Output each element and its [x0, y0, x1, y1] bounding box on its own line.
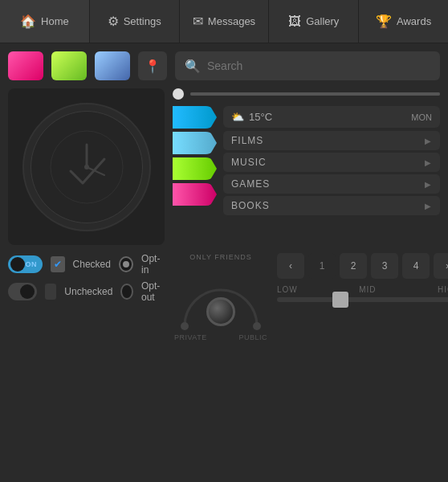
slider-fill	[190, 92, 440, 96]
right-panel: ⛅ 15°C MON FILMS ▶ MUSIC ▶	[173, 88, 440, 245]
toggle-on-row: ON ✔ Checked Opt-in	[8, 253, 165, 276]
menu-films-label: FILMS	[231, 135, 263, 146]
search-bar: 🔍	[175, 51, 440, 80]
checkbox-checked[interactable]: ✔	[51, 256, 65, 272]
weather-box: ⛅ 15°C MON	[223, 106, 440, 128]
nav-gallery-label: Gallery	[306, 15, 339, 27]
range-high: HIGH	[438, 285, 448, 294]
nav-awards[interactable]: 🏆 Awards	[359, 0, 448, 43]
toggle-off-row: Unchecked Opt-out	[8, 280, 165, 303]
color-btn-green[interactable]	[51, 51, 87, 80]
range-row: LOW MID HIGH	[277, 285, 448, 302]
toggle-on-knob	[10, 257, 25, 272]
page-prev[interactable]: ‹	[277, 253, 304, 279]
tag-blue[interactable]	[173, 106, 217, 129]
home-icon: 🏠	[20, 14, 36, 29]
tag-green[interactable]	[173, 157, 217, 180]
range-labels: LOW MID HIGH	[277, 285, 448, 294]
nav-messages[interactable]: ✉ Messages	[180, 0, 270, 43]
range-low: LOW	[277, 285, 298, 294]
radio-optin-dot	[123, 261, 129, 268]
toggle-off-knob	[20, 284, 35, 299]
bottom-row: ON ✔ Checked Opt-in Unchecked Opt-out	[8, 253, 440, 341]
gallery-icon: 🖼	[288, 14, 301, 29]
awards-icon: 🏆	[376, 14, 392, 29]
nav-messages-label: Messages	[208, 15, 255, 27]
menu-books[interactable]: BOOKS ▶	[223, 196, 440, 215]
tag-lightblue[interactable]	[173, 132, 217, 154]
menu-games[interactable]: GAMES ▶	[223, 174, 440, 194]
radio-optin[interactable]	[119, 256, 133, 272]
top-row: 📍 🔍	[8, 51, 440, 80]
menu-books-arrow: ▶	[425, 202, 432, 210]
page-1[interactable]: 1	[308, 253, 336, 279]
menu-music-arrow: ▶	[425, 158, 432, 167]
weather-icon: ⛅	[231, 111, 244, 123]
toggle-on-label: ON	[25, 260, 37, 268]
navbar: 🏠 Home ⚙ Settings ✉ Messages 🖼 Gallery 🏆…	[0, 0, 448, 43]
toggle-off[interactable]	[8, 283, 37, 300]
knob-bottom-labels: PRIVATE PUBLIC	[173, 333, 269, 341]
unchecked-label: Unchecked	[64, 286, 112, 297]
range-track[interactable]	[277, 297, 448, 302]
menu-films[interactable]: FILMS ▶	[223, 131, 440, 150]
weather-menu: ⛅ 15°C MON FILMS ▶ MUSIC ▶	[223, 106, 440, 215]
color-btn-pink[interactable]	[8, 51, 43, 80]
radio-optout[interactable]	[120, 284, 133, 300]
nav-home-label: Home	[41, 15, 69, 27]
clock-inner	[31, 111, 143, 223]
clock-svg	[47, 127, 127, 207]
svg-point-5	[253, 322, 261, 330]
color-btn-blue[interactable]	[95, 51, 130, 80]
middle-row: ⛅ 15°C MON FILMS ▶ MUSIC ▶	[8, 88, 440, 245]
weather-left: ⛅ 15°C	[231, 111, 272, 123]
nav-home[interactable]: 🏠 Home	[0, 0, 90, 43]
range-mid: MID	[359, 285, 376, 294]
nav-awards-label: Awards	[397, 15, 431, 27]
slider-track[interactable]	[190, 92, 440, 96]
menu-music-label: MUSIC	[231, 157, 267, 168]
tags-column	[173, 106, 217, 215]
svg-point-4	[181, 322, 189, 330]
pagination: ‹ 1 2 3 4 ›	[277, 253, 448, 279]
range-thumb[interactable]	[332, 292, 348, 308]
toggle-on[interactable]: ON	[8, 255, 43, 273]
pin-button[interactable]: 📍	[138, 51, 167, 80]
nav-gallery[interactable]: 🖼 Gallery	[269, 0, 359, 43]
controls-left: ON ✔ Checked Opt-in Unchecked Opt-out	[8, 253, 165, 341]
menu-music[interactable]: MUSIC ▶	[223, 153, 440, 172]
page-2[interactable]: 2	[340, 253, 367, 279]
menu-list: FILMS ▶ MUSIC ▶ GAMES ▶ BOOKS	[223, 131, 440, 215]
menu-films-arrow: ▶	[425, 137, 432, 145]
only-friends-label: ONLY FRIENDS	[189, 253, 252, 261]
private-label: PRIVATE	[174, 333, 207, 341]
settings-icon: ⚙	[108, 14, 119, 29]
page-3[interactable]: 3	[371, 253, 398, 279]
public-label: PUBLIC	[238, 333, 267, 341]
page-4[interactable]: 4	[402, 253, 430, 279]
knob-container	[173, 266, 269, 330]
menu-books-label: BOOKS	[231, 200, 270, 211]
checkbox-unchecked[interactable]	[45, 284, 56, 300]
pin-icon: 📍	[145, 59, 161, 74]
tag-pink[interactable]	[173, 183, 217, 206]
weather-day: MON	[411, 112, 432, 122]
right-bottom: ‹ 1 2 3 4 › LOW MID HIGH	[277, 253, 448, 341]
knob-panel: ONLY FRIENDS PRIVATE PUBLIC	[173, 253, 269, 341]
nav-settings[interactable]: ⚙ Settings	[90, 0, 180, 43]
knob-dial[interactable]	[206, 297, 235, 326]
messages-icon: ✉	[193, 14, 203, 29]
slider-row	[173, 88, 440, 100]
clock-panel	[8, 88, 165, 245]
page-next[interactable]: ›	[434, 253, 448, 279]
optout-label: Opt-out	[141, 280, 165, 303]
menu-games-arrow: ▶	[425, 180, 432, 189]
slider-thumb[interactable]	[173, 88, 184, 100]
optin-label: Opt-in	[141, 253, 165, 276]
tags-weather-row: ⛅ 15°C MON FILMS ▶ MUSIC ▶	[173, 106, 440, 215]
weather-temp: 15°C	[249, 111, 272, 123]
clock-face	[22, 103, 151, 231]
search-icon: 🔍	[185, 59, 201, 74]
search-input[interactable]	[207, 59, 430, 72]
main-content: 📍 🔍	[0, 43, 448, 349]
